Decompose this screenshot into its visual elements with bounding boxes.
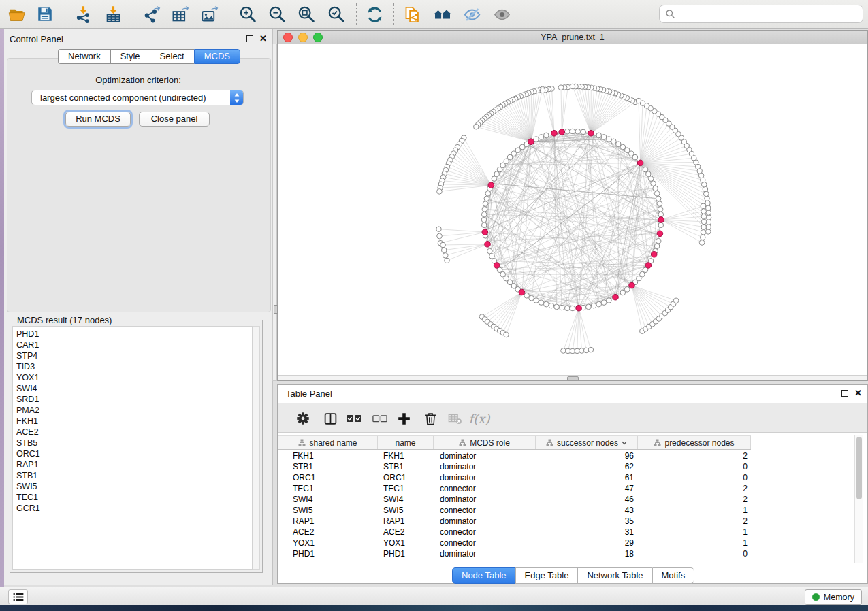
toolbar-separator bbox=[225, 3, 225, 25]
mcds-list-scrollbar[interactable] bbox=[253, 326, 260, 570]
float-panel-icon[interactable] bbox=[246, 35, 253, 42]
mcds-result-node[interactable]: STB5 bbox=[16, 437, 252, 448]
mcds-result-node[interactable]: PHD1 bbox=[16, 329, 252, 340]
export-network-icon[interactable] bbox=[140, 3, 162, 25]
mcds-result-node[interactable]: ORC1 bbox=[16, 448, 252, 459]
network-window-title: YPA_prune.txt_1 bbox=[278, 33, 867, 42]
mcds-result-node[interactable]: CAR1 bbox=[16, 340, 252, 350]
table-row[interactable]: PHD1 PHD1 dominator 18 0 bbox=[278, 548, 861, 559]
column-header[interactable]: MCDS role bbox=[434, 436, 536, 449]
mcds-result-node[interactable]: SRD1 bbox=[16, 394, 252, 405]
column-header[interactable]: name bbox=[378, 436, 434, 449]
column-selector-icon[interactable] bbox=[320, 408, 340, 429]
float-panel-icon[interactable] bbox=[841, 390, 848, 397]
clone-network-icon[interactable] bbox=[401, 3, 423, 25]
column-header[interactable]: successor nodes bbox=[536, 436, 638, 449]
table-scrollbar[interactable] bbox=[854, 435, 863, 563]
mcds-result-node[interactable]: FKH1 bbox=[16, 416, 252, 427]
table-row[interactable]: TEC1 TEC1 connector 47 2 bbox=[278, 483, 861, 494]
shared-column-icon bbox=[298, 439, 306, 446]
network-window-titlebar[interactable]: YPA_prune.txt_1 bbox=[278, 31, 867, 44]
close-panel-icon[interactable]: ✕ bbox=[259, 35, 267, 42]
table-row[interactable]: YOX1 YOX1 connector 29 1 bbox=[278, 538, 861, 548]
mcds-result-node[interactable]: STP4 bbox=[16, 350, 252, 361]
toolbar-separator bbox=[133, 3, 133, 25]
table-panel-tabs: Node Table Edge Table Network Table Moti… bbox=[452, 567, 694, 582]
sort-chevron-icon bbox=[622, 441, 627, 445]
tab-node-table[interactable]: Node Table bbox=[452, 567, 515, 584]
tab-select[interactable]: Select bbox=[150, 49, 194, 64]
table-scroll-thumb[interactable] bbox=[856, 437, 862, 499]
optimization-criterion-label: Optimization criterion: bbox=[4, 75, 272, 85]
mcds-result-node[interactable]: PMA2 bbox=[16, 405, 252, 416]
mcds-result-node[interactable]: YOX1 bbox=[16, 372, 252, 383]
hide-selected-icon[interactable] bbox=[461, 3, 483, 25]
node-table: shared name name MCDS role bbox=[278, 435, 861, 559]
search-input[interactable] bbox=[679, 8, 857, 20]
memory-button[interactable]: Memory bbox=[805, 589, 862, 605]
tab-mcds[interactable]: MCDS bbox=[194, 49, 240, 64]
mcds-result-node[interactable]: SWI4 bbox=[16, 383, 252, 394]
table-row[interactable]: SWI4 SWI4 dominator 46 2 bbox=[278, 494, 861, 505]
zoom-in-icon[interactable] bbox=[237, 3, 259, 25]
mcds-result-node[interactable]: STB1 bbox=[16, 470, 252, 481]
zoom-out-icon[interactable] bbox=[266, 3, 288, 25]
table-row[interactable]: ACE2 ACE2 connector 31 1 bbox=[278, 527, 861, 538]
column-header[interactable]: predecessor nodes bbox=[638, 436, 751, 449]
network-vscroll-thumb[interactable] bbox=[274, 305, 278, 314]
export-image-icon[interactable] bbox=[198, 3, 220, 25]
function-builder-icon: f(x) bbox=[469, 408, 489, 429]
delete-table-icon bbox=[445, 408, 465, 429]
delete-column-icon[interactable] bbox=[420, 408, 440, 429]
close-panel-icon[interactable]: ✕ bbox=[854, 390, 862, 397]
mcds-result-list[interactable]: PHD1CAR1STP4TID3YOX1SWI4SRD1PMA2FKH1ACE2… bbox=[12, 326, 253, 570]
mcds-result-node[interactable]: TEC1 bbox=[16, 492, 252, 503]
zoom-selected-icon[interactable] bbox=[325, 3, 347, 25]
status-bar: Memory bbox=[0, 587, 868, 605]
network-vertical-scrollbar[interactable] bbox=[272, 44, 277, 381]
import-network-icon[interactable] bbox=[72, 3, 94, 25]
table-row[interactable]: SWI5 SWI5 connector 43 1 bbox=[278, 505, 861, 516]
shared-column-icon bbox=[546, 439, 553, 446]
tab-network-table[interactable]: Network Table bbox=[577, 567, 652, 584]
table-row[interactable]: ORC1 ORC1 dominator 61 0 bbox=[278, 472, 861, 483]
select-all-icon[interactable] bbox=[344, 408, 364, 429]
tab-network[interactable]: Network bbox=[58, 49, 110, 64]
network-graph-canvas[interactable] bbox=[278, 44, 867, 375]
network-hscroll-thumb[interactable] bbox=[567, 376, 579, 381]
mcds-result-node[interactable]: RAP1 bbox=[16, 459, 252, 470]
memory-status-icon bbox=[812, 593, 820, 601]
task-history-button[interactable] bbox=[8, 589, 28, 604]
deselect-all-icon[interactable] bbox=[370, 408, 390, 429]
mcds-result-node[interactable]: ACE2 bbox=[16, 427, 252, 437]
import-table-icon[interactable] bbox=[102, 3, 124, 25]
criterion-value: largest connected component (undirected) bbox=[32, 93, 230, 103]
table-header-row: shared name name MCDS role bbox=[278, 435, 751, 450]
search-box[interactable] bbox=[659, 5, 863, 23]
mcds-result-node[interactable]: SWI5 bbox=[16, 481, 252, 492]
mcds-result-node[interactable]: GCR1 bbox=[16, 503, 252, 514]
show-all-icon[interactable] bbox=[491, 3, 513, 25]
table-row[interactable]: RAP1 RAP1 dominator 35 2 bbox=[278, 516, 861, 527]
export-table-icon[interactable] bbox=[169, 3, 191, 25]
tab-motifs[interactable]: Motifs bbox=[652, 567, 695, 584]
tab-style[interactable]: Style bbox=[110, 49, 150, 64]
cytoscape-window: Control Panel ✕ Network Style Select MCD… bbox=[0, 0, 868, 611]
run-mcds-button[interactable]: Run MCDS bbox=[65, 112, 131, 127]
mcds-result-node[interactable]: TID3 bbox=[16, 361, 252, 372]
first-neighbors-icon[interactable] bbox=[432, 3, 453, 25]
open-file-icon[interactable] bbox=[5, 3, 27, 25]
attribute-options-icon[interactable] bbox=[293, 408, 313, 429]
zoom-fit-icon[interactable] bbox=[295, 3, 317, 25]
close-panel-button[interactable]: Close panel bbox=[139, 112, 210, 127]
column-header[interactable]: shared name bbox=[278, 436, 378, 449]
table-row[interactable]: STB1 STB1 dominator 62 0 bbox=[278, 461, 861, 472]
save-session-icon[interactable] bbox=[34, 3, 56, 25]
add-column-icon[interactable] bbox=[393, 408, 414, 429]
network-horizontal-scrollbar[interactable] bbox=[278, 375, 867, 380]
criterion-dropdown[interactable]: largest connected component (undirected) bbox=[31, 90, 244, 105]
refresh-view-icon[interactable] bbox=[364, 3, 385, 25]
table-panel: Table Panel ✕ bbox=[277, 384, 868, 584]
table-row[interactable]: FKH1 FKH1 dominator 96 2 bbox=[278, 450, 861, 461]
tab-edge-table[interactable]: Edge Table bbox=[515, 567, 578, 584]
